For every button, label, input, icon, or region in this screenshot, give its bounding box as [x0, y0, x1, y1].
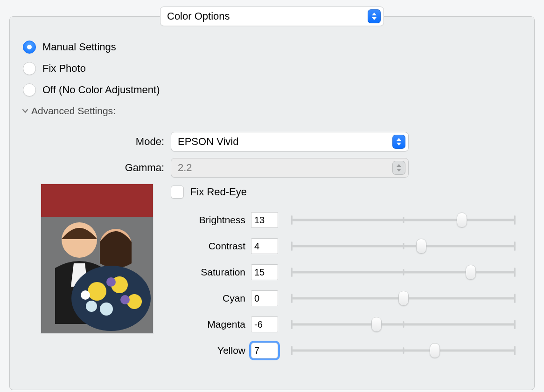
- updown-icon: [392, 161, 405, 175]
- svg-point-9: [100, 303, 113, 316]
- radio-label-fix: Fix Photo: [42, 62, 86, 75]
- advanced-settings-disclosure[interactable]: Advanced Settings:: [22, 105, 116, 117]
- slider-group: BrightnessContrastSaturationCyanMagentaY…: [171, 207, 516, 364]
- svg-point-3: [62, 222, 97, 258]
- slider-row-contrast: Contrast: [171, 233, 516, 259]
- gamma-popup: 2.2: [171, 158, 409, 178]
- slider-thumb-icon[interactable]: [371, 317, 382, 332]
- slider-thumb-icon[interactable]: [466, 265, 476, 280]
- tick-icon: [403, 217, 404, 223]
- brightness-label: Brightness: [171, 214, 251, 226]
- tick-icon: [403, 269, 404, 275]
- brightness-input[interactable]: [251, 212, 278, 228]
- updown-icon: [392, 135, 405, 149]
- slider-row-saturation: Saturation: [171, 259, 516, 285]
- mode-radio-group: Manual Settings Fix Photo Off (No Color …: [23, 36, 160, 101]
- tick-icon: [514, 268, 516, 277]
- tick-icon: [514, 241, 516, 251]
- radio-icon: [23, 62, 36, 75]
- mode-row: Mode: EPSON Vivid: [33, 129, 520, 155]
- svg-point-11: [120, 295, 130, 304]
- tick-icon: [403, 347, 404, 354]
- svg-point-10: [86, 301, 97, 312]
- tick-icon: [403, 321, 404, 328]
- cyan-slider[interactable]: [291, 290, 516, 306]
- tick-icon: [514, 320, 516, 329]
- radio-icon: [23, 41, 36, 54]
- slider-thumb-icon[interactable]: [416, 239, 426, 254]
- mode-popup[interactable]: EPSON Vivid: [171, 132, 409, 151]
- contrast-slider[interactable]: [291, 238, 516, 254]
- slider-thumb-icon[interactable]: [430, 343, 440, 358]
- yellow-label: Yellow: [171, 345, 251, 356]
- saturation-slider[interactable]: [291, 264, 516, 280]
- cyan-label: Cyan: [171, 293, 251, 304]
- advanced-form-rows: Mode: EPSON Vivid Gamma: 2.2: [33, 129, 520, 181]
- svg-point-12: [106, 277, 116, 287]
- panel-selector-popup[interactable]: Color Options: [160, 7, 384, 26]
- advanced-settings-label: Advanced Settings:: [31, 105, 116, 117]
- svg-point-13: [81, 290, 90, 300]
- gamma-value: 2.2: [178, 162, 392, 174]
- gamma-label: Gamma:: [33, 162, 171, 174]
- gamma-row: Gamma: 2.2: [33, 155, 520, 181]
- radio-label-off: Off (No Color Adjustment): [42, 84, 160, 96]
- chevron-down-icon: [22, 108, 28, 114]
- preview-image: [41, 184, 153, 334]
- fix-red-eye-row[interactable]: Fix Red-Eye: [171, 186, 247, 199]
- tick-icon: [514, 346, 516, 355]
- panel-selector-label: Color Options: [167, 10, 368, 22]
- saturation-label: Saturation: [171, 267, 251, 278]
- mode-label: Mode:: [33, 136, 171, 148]
- root: Color Options Manual Settings Fix Photo …: [0, 0, 544, 392]
- tick-icon: [403, 243, 404, 249]
- checkbox-icon: [171, 186, 184, 199]
- yellow-slider[interactable]: [291, 343, 516, 358]
- color-options-panel: Color Options Manual Settings Fix Photo …: [9, 16, 535, 390]
- svg-rect-1: [41, 184, 153, 217]
- yellow-input[interactable]: [251, 343, 278, 358]
- contrast-label: Contrast: [171, 241, 251, 252]
- radio-icon: [23, 83, 36, 96]
- radio-no-color-adjust[interactable]: Off (No Color Adjustment): [23, 79, 160, 101]
- brightness-slider[interactable]: [291, 212, 516, 228]
- tick-icon: [514, 215, 516, 225]
- updown-icon: [368, 9, 381, 23]
- mode-value: EPSON Vivid: [178, 136, 392, 148]
- magenta-slider[interactable]: [291, 316, 516, 332]
- radio-fix-photo[interactable]: Fix Photo: [23, 58, 160, 79]
- fix-red-eye-label: Fix Red-Eye: [190, 186, 247, 198]
- magenta-input[interactable]: [251, 316, 278, 332]
- contrast-input[interactable]: [251, 238, 278, 254]
- radio-manual-settings[interactable]: Manual Settings: [23, 36, 160, 58]
- slider-row-brightness: Brightness: [171, 207, 516, 233]
- cyan-input[interactable]: [251, 290, 278, 306]
- slider-row-magenta: Magenta: [171, 311, 516, 337]
- slider-row-cyan: Cyan: [171, 285, 516, 311]
- slider-thumb-icon[interactable]: [457, 213, 467, 227]
- slider-thumb-icon[interactable]: [398, 291, 409, 306]
- tick-icon: [514, 294, 516, 303]
- radio-label-manual: Manual Settings: [42, 41, 116, 53]
- magenta-label: Magenta: [171, 319, 251, 330]
- saturation-input[interactable]: [251, 264, 278, 280]
- svg-point-6: [88, 282, 106, 301]
- slider-row-yellow: Yellow: [171, 337, 516, 364]
